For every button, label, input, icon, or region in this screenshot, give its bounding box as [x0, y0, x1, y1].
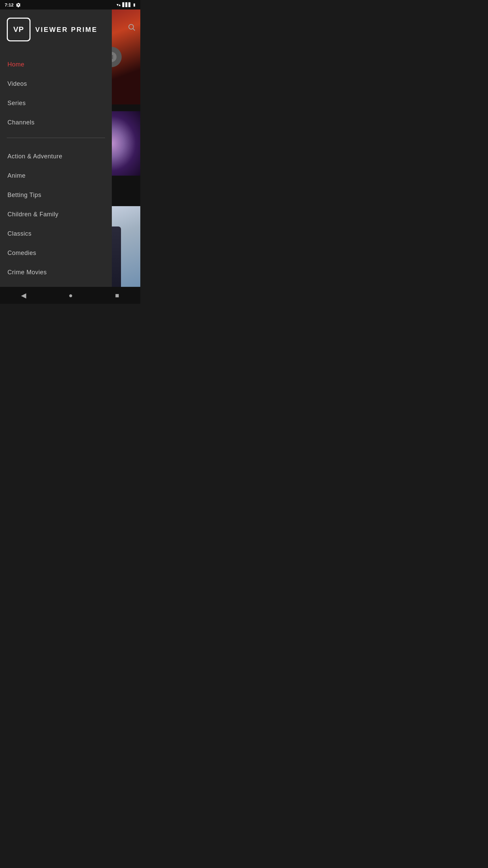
- battery-icon: ▮: [133, 2, 136, 7]
- nav-item-children-family[interactable]: Children & Family: [0, 205, 112, 224]
- signal-icon: ▋▋▋: [122, 2, 131, 7]
- settings-icon: [16, 2, 21, 7]
- nav-drawer: VP VIEWER PRIME Home Videos Series Chann…: [0, 9, 112, 287]
- search-icon[interactable]: [127, 23, 136, 33]
- wifi-icon: ▾▴: [117, 2, 121, 7]
- svg-line-1: [133, 29, 135, 31]
- nav-item-anime[interactable]: Anime: [0, 166, 112, 185]
- nav-divider: [7, 138, 105, 138]
- recent-button[interactable]: ■: [105, 288, 129, 303]
- nav-item-videos[interactable]: Videos: [0, 74, 112, 94]
- svg-point-0: [129, 24, 134, 29]
- logo-monogram: VP: [13, 25, 24, 34]
- logo-area: VP VIEWER PRIME: [0, 9, 112, 48]
- nav-item-home[interactable]: Home: [0, 55, 112, 74]
- nav-item-dancers[interactable]: Dancers: [0, 282, 112, 287]
- nav-item-series[interactable]: Series: [0, 94, 112, 113]
- nav-item-comedies[interactable]: Comedies: [0, 243, 112, 263]
- logo-title: VIEWER PRIME: [35, 26, 98, 34]
- home-button[interactable]: ●: [58, 288, 83, 303]
- primary-nav: Home Videos Series Channels: [0, 48, 112, 136]
- status-left: 7:12: [5, 2, 21, 7]
- nav-item-channels[interactable]: Channels: [0, 113, 112, 132]
- categories-nav: Action & Adventure Anime Betting Tips Ch…: [0, 140, 112, 287]
- time-display: 7:12: [5, 2, 14, 7]
- nav-item-action-adventure[interactable]: Action & Adventure: [0, 147, 112, 166]
- vp-logo: VP: [7, 18, 30, 41]
- status-bar: 7:12 ▾▴ ▋▋▋ ▮: [0, 0, 140, 9]
- status-right: ▾▴ ▋▋▋ ▮: [117, 2, 136, 7]
- bottom-nav: ◀ ● ■: [0, 287, 140, 304]
- nav-item-classics[interactable]: Classics: [0, 224, 112, 243]
- back-button[interactable]: ◀: [11, 288, 36, 303]
- nav-item-crime-movies[interactable]: Crime Movies: [0, 263, 112, 282]
- nav-item-betting-tips[interactable]: Betting Tips: [0, 185, 112, 205]
